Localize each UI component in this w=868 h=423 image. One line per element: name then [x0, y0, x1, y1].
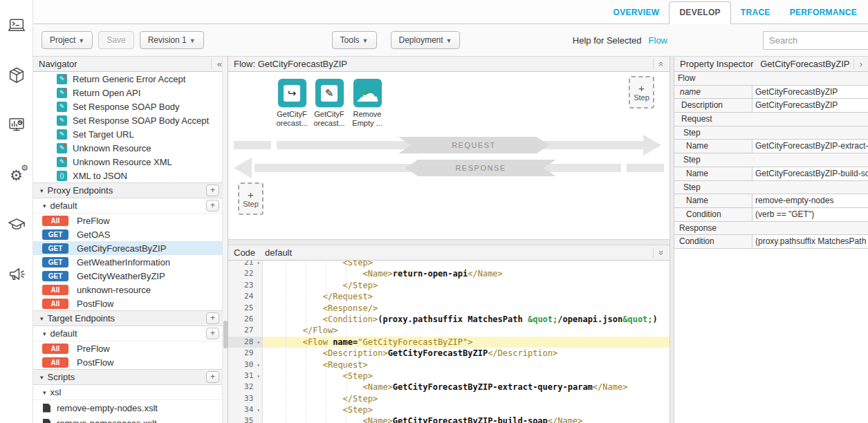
sidebar-item-policy[interactable]: ✎Set Target URL — [33, 127, 228, 141]
code-line[interactable]: <Step> — [263, 404, 670, 415]
sidebar-item-policy[interactable]: ✎Unknown Resource — [33, 141, 228, 155]
property-value[interactable]: GetCityForecastByZIP — [752, 86, 868, 99]
code-line[interactable]: <Name>GetCityForecastByZIP-extract-query… — [263, 382, 670, 393]
property-row: Step — [674, 181, 868, 195]
sidebar-item-flow[interactable]: Allunknown-resource — [33, 283, 228, 297]
megaphone-icon[interactable] — [6, 264, 27, 285]
code-panel-subtitle: default — [265, 247, 292, 258]
group-row-default[interactable]: ▾default+ — [33, 198, 228, 214]
analytics-icon[interactable] — [6, 115, 27, 135]
sidebar-item-flow[interactable]: AllPreFlow — [33, 341, 228, 355]
property-value[interactable]: remove-empty-nodes — [752, 194, 868, 207]
code-token: (proxy.pathsuffix MatchesPath — [378, 314, 528, 324]
method-badge: GET — [42, 257, 68, 267]
revision-menu-button[interactable]: Revision 1▼ — [140, 31, 204, 49]
code-line[interactable]: <Name>GetCityForecastByZIP-build-soap</N… — [263, 415, 670, 423]
section-title: Target Endpoints — [48, 313, 116, 323]
save-button[interactable]: Save — [98, 31, 133, 49]
add-button[interactable]: + — [206, 200, 219, 212]
flow-policy-node[interactable]: ↪GetCityForecast... — [271, 79, 313, 128]
fold-caret-icon[interactable]: ▾ — [253, 373, 260, 379]
gears-icon[interactable]: ⚙⚙ — [6, 164, 27, 185]
section-header-scripts[interactable]: ▾Scripts+ — [33, 369, 228, 385]
add-button[interactable]: + — [206, 185, 219, 196]
property-value[interactable]: (proxy.pathsuffix MatchesPath "/c — [752, 235, 868, 248]
code-line[interactable]: </Step> — [263, 280, 670, 291]
sidebar-item-policy[interactable]: ✎Unknown Resource XML — [33, 155, 228, 169]
code-line[interactable]: <Step> — [263, 261, 670, 268]
code-line[interactable]: <Flow name="GetCityForecastByZIP"> — [263, 337, 670, 348]
code-token: &quot; — [528, 314, 557, 324]
navigator-scrollbar[interactable] — [222, 57, 228, 423]
fold-caret-icon[interactable]: ▾ — [253, 339, 260, 346]
sidebar-item-policy[interactable]: ✎Return Open API — [33, 86, 228, 100]
tab-develop[interactable]: DEVELOP — [669, 1, 730, 24]
project-menu-button[interactable]: Project▼ — [41, 31, 93, 49]
add-button[interactable]: + — [206, 328, 219, 339]
property-value[interactable]: GetCityForecastByZIP-build-soap — [752, 167, 868, 180]
raise-fault-icon: ✎ — [57, 143, 67, 153]
code-line[interactable]: </Flow> — [263, 325, 670, 336]
code-line[interactable]: </Step> — [263, 393, 670, 404]
package-icon[interactable] — [6, 65, 27, 86]
add-step-button-response[interactable]: + Step — [238, 182, 264, 215]
sidebar-item-flow[interactable]: GETGetCityWeatherByZIP — [33, 269, 228, 283]
scrollbar-thumb[interactable] — [223, 321, 228, 348]
sidebar-item-script-file[interactable]: remove-empty-nodes.xslt — [33, 400, 228, 415]
property-value[interactable]: (verb == "GET") — [752, 208, 868, 221]
terminal-icon[interactable] — [6, 15, 27, 36]
tab-trace[interactable]: TRACE — [731, 2, 780, 24]
code-token: <Name> — [363, 269, 393, 279]
code-line[interactable]: <Request> — [263, 359, 670, 370]
property-value[interactable]: GetCityForecastByZIP — [752, 99, 868, 112]
sidebar-item-flow[interactable]: GETGetWeatherInformation — [33, 255, 228, 269]
collapse-down-icon[interactable]: » — [653, 247, 664, 258]
add-step-button-request[interactable]: + Step — [629, 76, 654, 109]
search-input[interactable] — [763, 31, 868, 50]
fold-caret-icon[interactable]: ▾ — [253, 407, 260, 413]
code-line[interactable]: <Step> — [263, 370, 670, 382]
tab-performance[interactable]: PERFORMANCE — [780, 2, 867, 24]
graduation-cap-icon[interactable] — [6, 214, 27, 235]
collapse-up-icon[interactable]: « — [653, 59, 664, 69]
code-line[interactable]: <Name>return-open-api</Name> — [263, 268, 670, 279]
section-header-proxy-endpoints[interactable]: ▾Proxy Endpoints+ — [33, 182, 228, 198]
add-button[interactable]: + — [206, 371, 219, 383]
label-line2: orecast... — [271, 119, 313, 128]
code-line[interactable]: </Request> — [263, 291, 670, 302]
add-button[interactable]: + — [206, 312, 219, 324]
fold-caret-icon[interactable]: ▾ — [253, 261, 260, 266]
sidebar-item-script-file[interactable]: remove-namespaces.xslt — [33, 415, 228, 423]
line-number-text: 30 — [244, 360, 253, 369]
sidebar-item-flow[interactable]: GETGetOAS — [33, 227, 228, 241]
group-row-xsl[interactable]: ▾xsl — [33, 385, 228, 400]
sidebar-item-policy[interactable]: ✎Return Generic Error Accept — [33, 72, 228, 86]
sidebar-item-flow[interactable]: GETGetCityForecastByZIP — [33, 241, 228, 255]
fold-caret-icon[interactable]: ▾ — [253, 362, 260, 368]
collapse-left-icon[interactable]: « — [211, 59, 222, 69]
vertical-splitter[interactable] — [670, 57, 674, 423]
sidebar-item-policy[interactable]: ✎Set Response SOAP Body Accept — [33, 113, 228, 127]
sidebar-item-flow[interactable]: AllPostFlow — [33, 297, 228, 310]
flow-policy-node[interactable]: ☁✔RemoveEmpty ... — [347, 79, 388, 128]
group-row-default[interactable]: ▾default+ — [33, 326, 228, 341]
horizontal-splitter[interactable] — [228, 239, 670, 245]
property-row: Condition(verb == "GET") — [674, 208, 868, 222]
help-flow-link[interactable]: Flow — [649, 35, 667, 46]
sidebar-item-flow[interactable]: AllPreFlow — [33, 214, 228, 227]
code-editor[interactable]: 21 ▾ <Step>22 ▾ <Name>return-open-api</N… — [228, 261, 670, 423]
sidebar-item-flow[interactable]: AllPostFlow — [33, 355, 228, 369]
code-line[interactable]: <Description>GetCityForecastByZIP</Descr… — [263, 348, 670, 359]
sidebar-item-policy[interactable]: ✎Set Response SOAP Body — [33, 100, 228, 113]
section-header-target-endpoints[interactable]: ▾Target Endpoints+ — [33, 310, 228, 326]
deployment-menu-button[interactable]: Deployment▼ — [391, 31, 461, 49]
sidebar-item-policy[interactable]: ()XML to JSON — [33, 169, 228, 182]
property-value[interactable]: GetCityForecastByZIP-extract-query-param — [752, 140, 868, 153]
property-inspector-title: Property Inspector — [680, 59, 753, 69]
tab-overview[interactable]: OVERVIEW — [604, 2, 670, 24]
code-line[interactable]: <Condition>(proxy.pathsuffix MatchesPath… — [263, 314, 670, 325]
tools-menu-button[interactable]: Tools▼ — [332, 31, 377, 49]
collapse-right-icon[interactable]: › — [853, 59, 862, 69]
flow-policy-node[interactable]: ✎GetCityForecast... — [308, 79, 350, 128]
code-line[interactable]: <Response/> — [263, 303, 670, 314]
